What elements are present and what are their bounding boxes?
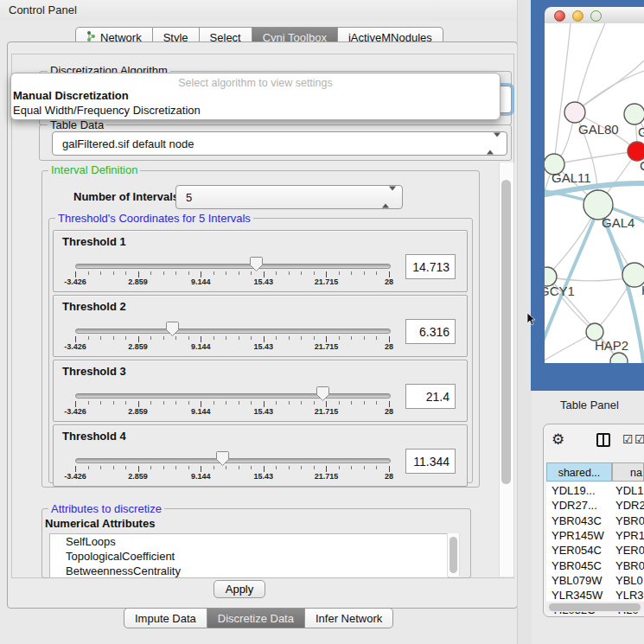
slider-tick [75,271,76,277]
threshold-value-field[interactable]: 11.344 [405,449,456,474]
network-edge[interactable] [554,23,571,164]
slider-tick [188,401,189,405]
tab-infer-network[interactable]: Infer Network [305,608,393,628]
column-header-name[interactable]: na [612,462,644,481]
slider-track[interactable] [75,264,391,269]
checkbox-icon[interactable]: ☑ [622,432,634,446]
checkbox-icon[interactable]: ☑ [634,432,644,446]
slider-tick [125,271,126,275]
slider-tick-label: 15.43 [245,342,283,351]
threshold-value-field[interactable]: 14.713 [405,254,456,279]
threshold-value-field[interactable]: 6.316 [405,319,456,344]
slider-track[interactable] [75,393,391,399]
table-row-shared-name[interactable]: YER054C [552,544,602,557]
slider-tick-label: 9.144 [182,342,220,351]
table-row-shared-name[interactable]: YBL079W [552,574,603,587]
slider-tick-label: 2.859 [119,277,157,286]
slider-track[interactable] [75,328,391,334]
slider-tick [75,336,76,342]
table-row-name[interactable]: YPR1 [615,529,644,542]
column-header-shared[interactable]: shared... [546,462,612,481]
slider-tick [201,401,201,407]
menu-item-manual-discretization[interactable]: Manual Discretization [13,89,129,102]
slider-track[interactable] [75,458,391,463]
number-of-intervals-combo[interactable]: 5 [175,185,403,209]
close-traffic-icon[interactable] [554,10,565,22]
slider-tick [301,401,302,405]
threshold-panel-3: Threshold 3-3.4262.8599.14415.4321.71528… [53,360,468,422]
column-layout-icon[interactable] [596,433,610,447]
vertical-scrollbar[interactable] [499,163,514,577]
attribute-list-item[interactable]: BetweennessCentrality [50,564,448,578]
threshold-panel-4: Threshold 4-3.4262.8599.14415.4321.71528… [53,424,468,487]
slider-tick [214,466,214,469]
mouse-cursor [526,313,538,327]
network-node-label: C [640,158,644,173]
table-panel-title: Table Panel [560,399,619,411]
table-row-name[interactable]: YBR0 [615,514,644,527]
minimize-traffic-icon[interactable] [572,10,583,22]
slider-tick [175,401,176,405]
attribute-list-item[interactable]: TopologicalCoefficient [50,549,448,564]
slider-handle[interactable] [249,256,264,272]
slider-tick [88,466,89,469]
slider-tick [188,336,189,340]
tab-discretize-data[interactable]: Discretize Data [207,608,305,628]
slider-tick-label: 15.43 [245,277,283,286]
slider-tick [163,336,164,340]
slider-tick [226,271,226,275]
network-node[interactable] [624,104,644,124]
network-graph[interactable]: GAL80GACGAL11GAL4GCY1HHAP2 [545,23,644,363]
slider-tick [276,466,277,469]
network-window-titlebar[interactable] [545,7,644,24]
table-row-shared-name[interactable]: YBR043C [552,514,602,527]
slider-handle[interactable] [215,450,230,467]
slider-tick-label: 21.715 [307,277,345,286]
apply-button[interactable]: Apply [214,580,265,598]
slider-tick [150,336,151,340]
threshold-panel-2: Threshold 2-3.4262.8599.14415.4321.71528… [53,295,468,357]
table-row-name[interactable]: YBL0 [615,574,643,587]
table-data-value: galFiltered.sif default node [62,137,194,150]
slider-tick [389,336,390,342]
horizontal-scrollbar[interactable] [546,602,644,612]
attributes-scrollbar[interactable] [447,533,460,577]
vertical-scrollbar-thumb[interactable] [501,180,511,484]
numerical-attributes-list[interactable]: SelfLoopsTopologicalCoefficientBetweenne… [49,533,449,578]
table-data-title: Table Data [48,118,106,131]
slider-handle[interactable] [165,321,180,337]
slider-tick [163,466,164,469]
number-of-intervals-value: 5 [186,191,192,204]
slider-tick [339,336,340,340]
table-row-shared-name[interactable]: YDR27... [552,499,597,512]
network-node[interactable] [564,102,585,123]
network-node[interactable] [610,353,628,363]
slider-tick [389,271,390,277]
slider-tick [314,336,315,340]
attributes-scrollbar-thumb[interactable] [450,537,457,573]
network-edge[interactable] [554,151,637,164]
table-row-shared-name[interactable]: YLR345W [552,589,603,602]
table-row-name[interactable]: YER0 [615,544,644,557]
horizontal-scrollbar-thumb[interactable] [549,603,641,611]
tab-impute-data[interactable]: Impute Data [124,608,207,628]
slider-tick-label: 9.144 [182,472,220,481]
table-row-name[interactable]: YDL1 [615,484,644,497]
slider-tick [175,271,176,275]
attribute-list-item[interactable]: SelfLoops [50,534,448,549]
table-row-name[interactable]: YLR3 [615,589,644,602]
zoom-traffic-icon[interactable] [590,10,602,22]
table-row-shared-name[interactable]: YBR045C [552,559,602,572]
gear-icon[interactable]: ⚙ [552,430,564,449]
table-row-shared-name[interactable]: YPR145W [552,529,604,542]
table-row-shared-name[interactable]: YDL19... [552,484,596,497]
table-row-name[interactable]: YDR2 [615,499,644,512]
table-data-combo[interactable]: galFiltered.sif default node [52,131,507,156]
threshold-value-field[interactable]: 21.4 [405,384,456,409]
threshold-label: Threshold 3 [62,365,126,378]
network-edge[interactable] [575,23,605,112]
table-row-name[interactable]: YBR0 [615,559,644,572]
menu-item-equal-width-frequency[interactable]: Equal Width/Frequency Discretization [13,104,201,117]
slider-handle[interactable] [316,386,330,402]
slider-tick [88,271,89,275]
